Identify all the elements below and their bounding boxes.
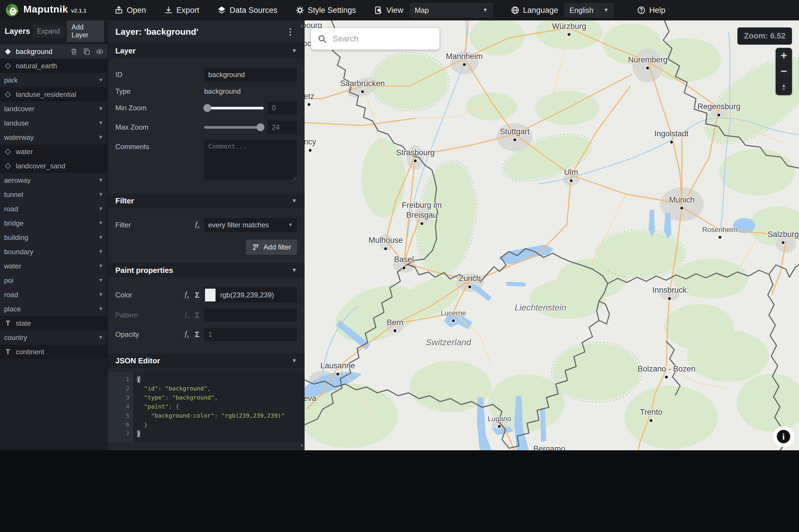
chevron-down-icon: ▼ [603, 7, 609, 13]
view-menu-item[interactable]: View [374, 6, 403, 15]
layer-item-label: landuse [4, 119, 29, 127]
layer-list-item-place-18[interactable]: place▼ [0, 302, 108, 316]
group-collapse-caret-icon[interactable]: ▼ [98, 291, 104, 298]
json-code-editor[interactable]: 1234567 { "id": "background", "type": "b… [108, 372, 304, 442]
city-dot [402, 266, 406, 270]
layer-list-item-background-0[interactable]: background [0, 44, 108, 59]
layer-list-item-road-17[interactable]: road▼ [0, 287, 108, 302]
comments-textarea[interactable] [204, 140, 297, 180]
add-filter-button[interactable]: Add filter [246, 240, 297, 255]
layer-list-item-landcover-4[interactable]: landcover▼ [0, 101, 108, 116]
zoom-out-button[interactable]: − [776, 64, 792, 79]
color-input[interactable]: rgb(239,239,239) [204, 287, 297, 303]
group-collapse-caret-icon[interactable]: ▼ [98, 106, 104, 112]
layer-list-item-landcover_sand-8[interactable]: landcover_sand [0, 159, 108, 173]
layer-list-item-bridge-12[interactable]: bridge▼ [0, 216, 108, 230]
function-icon[interactable]: fx [185, 290, 189, 300]
style-settings-menu-item[interactable]: Style Settings [296, 6, 356, 15]
group-collapse-caret-icon[interactable]: ▼ [98, 263, 104, 269]
id-input[interactable] [204, 68, 297, 81]
filter-combinator-select[interactable]: every filter matches ▼ [204, 218, 297, 232]
function-icon[interactable]: fx [195, 220, 200, 230]
group-collapse-caret-icon[interactable]: ▼ [98, 134, 104, 140]
layer-menu-kebab-icon[interactable]: ⋮ [283, 27, 297, 36]
slider-thumb[interactable] [257, 124, 265, 131]
language-menu-item[interactable]: Language [511, 6, 558, 15]
section-header-json-editor[interactable]: JSON Editor ▼ [108, 354, 304, 368]
scroll-down-arrow[interactable]: ▼ [300, 443, 304, 448]
map-attribution-info-button[interactable]: i [777, 430, 790, 443]
search-icon [317, 34, 327, 43]
group-collapse-caret-icon[interactable]: ▼ [98, 206, 104, 212]
layer-list-item-country-20[interactable]: country▼ [0, 330, 108, 345]
city-dot [420, 222, 424, 226]
color-swatch[interactable] [205, 289, 216, 302]
layer-list-item-landuse-5[interactable]: landuse▼ [0, 116, 108, 130]
pattern-input[interactable] [204, 308, 297, 322]
group-collapse-caret-icon[interactable]: ▼ [98, 249, 104, 255]
delete-layer-icon[interactable] [70, 48, 78, 55]
layer-list-item-state-19[interactable]: Tstate [0, 316, 108, 330]
layer-list-item-tunnel-10[interactable]: tunnel▼ [0, 187, 108, 202]
add-layer-button[interactable]: Add Layer [67, 20, 104, 42]
layer-list-item-landuse_residential-3[interactable]: landuse_residential [0, 87, 108, 101]
map-city-label-etz: etz [304, 92, 314, 101]
open-menu-item[interactable]: Open [114, 6, 146, 15]
layer-list-item-water-7[interactable]: water [0, 145, 108, 159]
max-zoom-value[interactable]: 24 [268, 120, 297, 134]
language-label: Language [523, 6, 558, 15]
min-zoom-slider[interactable] [204, 107, 264, 110]
group-collapse-caret-icon[interactable]: ▼ [98, 177, 104, 183]
section-header-filter[interactable]: Filter ▼ [108, 193, 304, 208]
group-collapse-caret-icon[interactable]: ▼ [98, 77, 104, 83]
layer-list-item-park-2[interactable]: park▼ [0, 73, 108, 87]
group-collapse-caret-icon[interactable]: ▼ [98, 220, 104, 226]
code-lines[interactable]: { "id": "background", "type": "backgroun… [133, 372, 304, 442]
expand-button[interactable]: Expand [33, 24, 64, 38]
layer-list-item-building-13[interactable]: building▼ [0, 230, 108, 245]
layer-list-item-poi-16[interactable]: poi▼ [0, 273, 108, 287]
group-collapse-caret-icon[interactable]: ▼ [98, 191, 104, 197]
duplicate-layer-icon[interactable] [83, 48, 91, 55]
view-select[interactable]: Map ▼ [410, 3, 493, 17]
city-dot [646, 66, 650, 70]
scroll-up-arrow[interactable]: ▲ [300, 23, 304, 28]
layer-list-item-continent-21[interactable]: Tcontinent [0, 345, 108, 359]
help-menu-item[interactable]: Help [637, 6, 666, 15]
map-city-label-lausanne: Lausanne [320, 361, 355, 371]
data-sources-menu-item[interactable]: Data Sources [217, 6, 277, 15]
layer-list-item-boundary-14[interactable]: boundary▼ [0, 245, 108, 259]
function-icon[interactable]: fx [185, 329, 189, 339]
section-header-layer[interactable]: Layer ▼ [108, 43, 304, 58]
data-sources-icon [217, 6, 226, 15]
code-line: } [137, 429, 304, 438]
group-collapse-caret-icon[interactable]: ▼ [98, 306, 104, 312]
max-zoom-slider[interactable] [204, 126, 264, 129]
language-select[interactable]: English ▼ [564, 3, 614, 17]
section-header-paint[interactable]: Paint properties ▼ [108, 263, 304, 278]
group-collapse-caret-icon[interactable]: ▼ [98, 277, 104, 283]
layer-list-item-aeroway-9[interactable]: aeroway▼ [0, 173, 108, 187]
visibility-eye-icon[interactable] [96, 48, 104, 55]
sigma-icon[interactable]: Σ [195, 330, 200, 339]
group-collapse-caret-icon[interactable]: ▼ [98, 120, 104, 126]
min-zoom-value[interactable]: 0 [268, 101, 297, 115]
zoom-in-button[interactable]: + [776, 48, 792, 64]
layer-list-item-road-11[interactable]: road▼ [0, 202, 108, 216]
map-search-box[interactable] [311, 28, 440, 50]
group-collapse-caret-icon[interactable]: ▼ [98, 335, 104, 341]
map-canvas[interactable]: bourgocWürzburgMannheimNurembergSaarbrüc… [304, 20, 799, 450]
layer-list-item-waterway-6[interactable]: waterway▼ [0, 130, 108, 145]
code-line: "id": "background", [137, 384, 304, 393]
layer-list-item-water-15[interactable]: water▼ [0, 259, 108, 273]
layer-list-item-natural_earth-1[interactable]: natural_earth [0, 59, 108, 73]
search-input[interactable] [332, 34, 433, 44]
sigma-icon[interactable]: Σ [195, 291, 200, 300]
export-menu-item[interactable]: Export [164, 6, 199, 15]
pitch-toggle-button[interactable]: ▲▼ [776, 79, 792, 95]
group-collapse-caret-icon[interactable]: ▼ [98, 234, 104, 241]
map-city-label-bolzano-bozen: Bolzano - Bozen [637, 364, 695, 374]
slider-thumb[interactable] [204, 104, 211, 112]
opacity-input[interactable] [204, 328, 297, 341]
section-title: Layer [115, 46, 135, 55]
